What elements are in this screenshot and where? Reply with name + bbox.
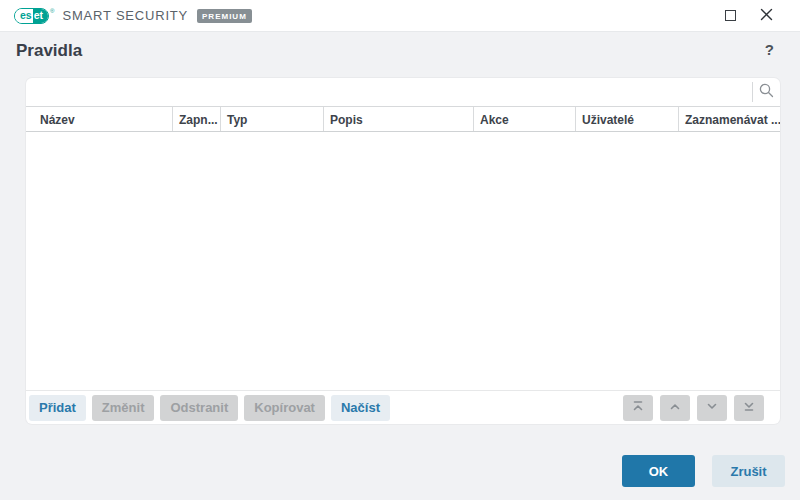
move-up-button (660, 395, 690, 421)
edit-button: Změnit (92, 395, 155, 421)
page-title: Pravidla (16, 41, 82, 61)
search-input[interactable] (26, 78, 752, 106)
titlebar: es et ® SMART SECURITY PREMIUM (0, 0, 800, 32)
column-header-3[interactable]: Typ (220, 107, 323, 131)
add-button[interactable]: Přidat (29, 395, 86, 421)
close-button[interactable] (758, 8, 774, 24)
load-button[interactable]: Načíst (331, 395, 390, 421)
ok-button[interactable]: OK (622, 455, 695, 487)
delete-button: Odstranit (160, 395, 238, 421)
maximize-button[interactable] (722, 8, 738, 24)
move-to-top-button (623, 395, 653, 421)
eset-logo-et: et (33, 9, 48, 23)
move-down-icon (704, 398, 720, 417)
search-button[interactable] (753, 78, 780, 106)
column-header-6[interactable]: Uživatelé (575, 107, 678, 131)
registered-mark: ® (50, 8, 54, 14)
column-header-5[interactable]: Akce (473, 107, 575, 131)
column-header-4[interactable]: Popis (323, 107, 473, 131)
window-controls (722, 8, 786, 24)
copy-button: Kopírovat (244, 395, 325, 421)
move-to-top-icon (630, 398, 646, 417)
column-header-2[interactable]: Zapn... (172, 107, 220, 131)
toolbar: PřidatZměnitOdstranitKopírovatNačíst (26, 390, 780, 424)
search-bar (26, 78, 780, 107)
column-header-7[interactable]: Zaznamenávat ... (678, 107, 780, 131)
move-up-icon (667, 398, 683, 417)
table-header-row: NázevZapn...TypPopisAkceUživateléZazname… (26, 107, 780, 132)
close-icon (760, 8, 773, 24)
move-down-button (697, 395, 727, 421)
cancel-button[interactable]: Zrušit (712, 455, 785, 487)
action-buttons: PřidatZměnitOdstranitKopírovatNačíst (29, 395, 396, 421)
reorder-buttons (623, 395, 764, 421)
maximize-icon (725, 10, 736, 21)
help-button[interactable]: ? (765, 41, 774, 58)
rules-panel: NázevZapn...TypPopisAkceUživateléZazname… (26, 78, 780, 424)
table-body (26, 132, 780, 390)
edition-badge: PREMIUM (197, 9, 252, 23)
column-header-1[interactable]: Název (26, 107, 172, 131)
eset-logo: es et ® SMART SECURITY PREMIUM (14, 8, 252, 24)
product-name: SMART SECURITY (62, 8, 188, 23)
move-to-bottom-button (734, 395, 764, 421)
eset-logo-icon: es et (14, 8, 49, 24)
eset-logo-es: es (15, 9, 33, 23)
search-icon (758, 82, 775, 102)
move-to-bottom-icon (741, 398, 757, 417)
